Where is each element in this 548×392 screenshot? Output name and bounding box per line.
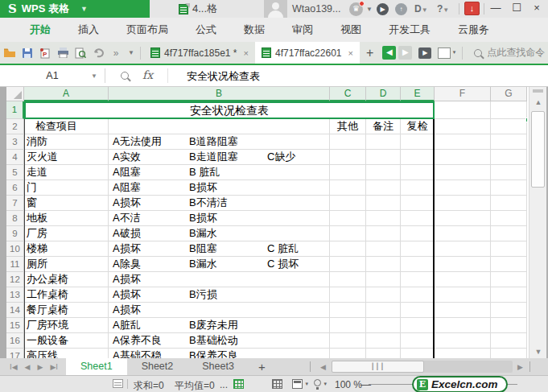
export-pdf-icon[interactable]: P [37,45,53,61]
chevron-down-icon[interactable]: ▼ [126,45,137,61]
cell-f[interactable] [435,241,491,257]
cell-options[interactable]: A损坏 B阻塞 C 脏乱 [109,241,330,257]
cell-other[interactable] [330,211,366,226]
cell-item[interactable]: 楼梯 [24,241,109,257]
cell-g[interactable] [491,211,527,226]
cell-options[interactable]: A保养不良 B基础松动 [109,333,330,349]
cell-note[interactable] [366,287,401,303]
cell-note[interactable] [366,180,401,196]
column-header[interactable]: A [24,87,109,101]
cell-options[interactable]: A损坏 B不清洁 [109,196,330,211]
scroll-left-icon[interactable]: ◀ [320,363,326,371]
cell-other[interactable] [330,150,366,165]
cell-note[interactable] [366,333,401,349]
header-cell-b[interactable] [109,119,330,134]
cell-other[interactable] [330,241,366,257]
print-icon[interactable] [55,45,71,61]
cell-other[interactable] [330,134,366,150]
cell-f[interactable] [435,211,491,226]
column-header[interactable]: F [435,87,491,101]
horizontal-scroll-thumb[interactable]: ┃┃┃ [332,361,424,373]
cell-note[interactable] [366,349,401,358]
cell-note[interactable] [366,134,401,150]
row-header[interactable]: 1 [6,101,24,119]
row-header[interactable]: 3 [6,134,24,150]
cell-options[interactable]: A不洁 B损坏 [109,211,330,226]
cell-item[interactable]: 厕所 [24,257,109,272]
normal-view-icon[interactable] [233,379,244,389]
cell-f[interactable] [435,272,491,287]
row-header[interactable]: 6 [6,180,24,196]
cell-note[interactable] [366,241,401,257]
cell-other[interactable] [330,165,366,180]
header-cell-note[interactable]: 备注 [366,119,401,134]
chevron-down-icon[interactable]: ▼ [91,72,97,80]
back-button[interactable]: ◀ [382,46,396,60]
cell-other[interactable] [330,196,366,211]
last-sheet-icon[interactable]: ▶Ⅰ [50,363,58,371]
cell-note[interactable] [366,226,401,241]
cell-g[interactable] [491,180,527,196]
cell-recheck[interactable] [401,241,435,257]
row-header[interactable]: 8 [6,211,24,226]
cell-g[interactable] [491,349,527,358]
document-tab[interactable]: 4f717ffac185e1 * × [144,42,255,64]
cell-f[interactable] [435,287,491,303]
cell-recheck[interactable] [401,349,435,358]
row-header[interactable]: 7 [6,196,24,211]
cell-options[interactable]: A阻塞 B 脏乱 [109,165,330,180]
cell-g[interactable] [491,226,527,241]
cell-options[interactable]: A无法使用 B道路阻塞 [109,134,330,150]
cell-item[interactable]: 窗 [24,196,109,211]
cell-f[interactable] [435,318,491,333]
cell-item[interactable]: 灭火道 [24,150,109,165]
cell-f[interactable] [435,349,491,358]
cell-recheck[interactable] [401,180,435,196]
scroll-right-icon[interactable]: ▶ [517,363,523,371]
add-sheet-button[interactable]: + [249,360,275,373]
cell-item[interactable]: 走道 [24,165,109,180]
vertical-scroll-thumb[interactable] [531,111,545,188]
cell-f[interactable] [435,303,491,318]
menu-item[interactable]: 审阅 [278,18,327,42]
cell-other[interactable] [330,318,366,333]
cell-note[interactable] [366,196,401,211]
column-header[interactable]: D [366,87,401,101]
cell-options[interactable]: A基础不稳 B保养不良 [109,349,330,358]
cell-f[interactable] [435,226,491,241]
cell-other[interactable] [330,257,366,272]
row-header[interactable]: 16 [6,333,24,349]
row-header[interactable]: 4 [6,150,24,165]
cell-item[interactable]: 办公桌椅 [24,272,109,287]
workspace-icon[interactable]: ▶ [418,47,431,59]
command-search[interactable]: 点此查找命令 [474,46,545,60]
cell-recheck[interactable] [401,333,435,349]
cell-options[interactable]: A破损 B漏水 [109,226,330,241]
cell-f[interactable] [435,180,491,196]
cell-options[interactable]: A损坏 [109,272,330,287]
macro-record-icon[interactable] [113,379,123,388]
cell-recheck[interactable] [401,211,435,226]
cell-other[interactable] [330,272,366,287]
maximize-button[interactable]: ☐ [508,0,525,17]
row-header[interactable]: 15 [6,318,24,333]
cell-item[interactable]: 厂房 [24,226,109,241]
more-commands-icon[interactable]: » [108,45,124,61]
menu-item[interactable]: 插入 [64,18,113,42]
cell-note[interactable] [366,165,401,180]
cell-other[interactable] [330,287,366,303]
row-header[interactable]: 5 [6,165,24,180]
cell-g[interactable] [491,333,527,349]
cell-options[interactable]: A损坏 [109,303,330,318]
cell-f[interactable] [435,257,491,272]
page-break-view-icon[interactable] [272,379,282,389]
menu-item[interactable]: 页面布局 [113,18,182,42]
chevron-down-icon[interactable]: ▼ [366,6,373,13]
cell-item[interactable]: 一般设备 [24,333,109,349]
forward-button[interactable]: ▶ [398,46,412,60]
cell-recheck[interactable] [401,272,435,287]
cell-options[interactable]: A阻塞 B损坏 [109,180,330,196]
cell-g[interactable] [491,196,527,211]
vertical-scrollbar[interactable]: ▲ ▼ [529,87,546,358]
more-stats[interactable]: ... [220,379,228,390]
